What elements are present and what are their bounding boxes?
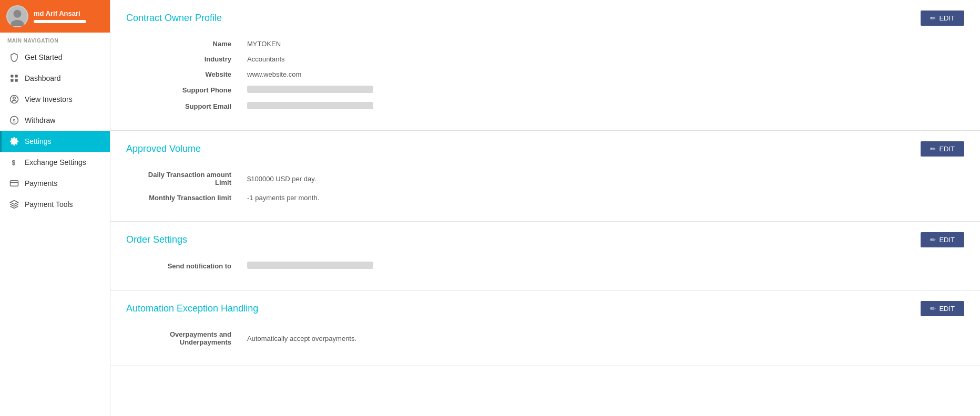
edit-volume-button[interactable]: ✏ EDIT (921, 141, 964, 157)
svg-rect-4 (15, 75, 18, 77)
sidebar-item-payments[interactable]: Payments (0, 173, 110, 194)
section-title-profile: Contract Owner Profile (126, 13, 222, 24)
svg-rect-3 (11, 75, 13, 77)
sidebar: md Arif Ansari MAIN NAVIGATION Get Start… (0, 0, 110, 416)
edit-profile-button[interactable]: ✏ EDIT (921, 11, 964, 26)
section-header-automation: Automation Exception Handling ✏ EDIT (126, 301, 964, 316)
section-title-automation: Automation Exception Handling (126, 303, 258, 314)
gear-icon (9, 136, 19, 147)
table-row: Send notification to (126, 258, 964, 274)
table-row: Support Email (126, 98, 964, 115)
sidebar-item-label: Dashboard (25, 74, 61, 82)
user-sub-bar (34, 20, 86, 23)
field-value: Accountants (242, 51, 964, 67)
field-label: Monthly Transaction limit (126, 190, 242, 205)
credit-card-icon (9, 178, 19, 189)
dollar-icon: $ (9, 157, 19, 168)
user-info: md Arif Ansari (34, 9, 104, 23)
field-label: Overpayments and Underpayments (126, 327, 242, 350)
table-row: Monthly Transaction limit -1 payments pe… (126, 190, 964, 205)
field-label: Industry (126, 51, 242, 67)
field-label: Support Phone (126, 82, 242, 98)
user-name: md Arif Ansari (34, 9, 104, 17)
sidebar-item-label: Settings (25, 137, 52, 145)
sidebar-item-label: Withdraw (25, 116, 55, 124)
field-label: Send notification to (126, 258, 242, 274)
placeholder-bar (247, 86, 373, 93)
field-value: $100000 USD per day. (242, 167, 964, 190)
shield-icon (9, 52, 19, 63)
edit-order-button[interactable]: ✏ EDIT (921, 232, 964, 247)
sidebar-item-payment-tools[interactable]: Payment Tools (0, 194, 110, 215)
table-row: Name MYTOKEN (126, 36, 964, 51)
pencil-icon: ✏ (930, 305, 936, 313)
sidebar-item-get-started[interactable]: Get Started (0, 47, 110, 68)
nav-label: MAIN NAVIGATION (0, 33, 110, 47)
sidebar-item-label: View Investors (25, 95, 73, 103)
sidebar-item-label: Payments (25, 179, 57, 188)
order-fields-table: Send notification to (126, 258, 964, 274)
pencil-icon: ✏ (930, 14, 936, 22)
automation-exception-section: Automation Exception Handling ✏ EDIT Ove… (110, 290, 980, 366)
automation-fields-table: Overpayments and Underpayments Automatic… (126, 327, 964, 350)
sidebar-item-withdraw[interactable]: $ Withdraw (0, 110, 110, 131)
sidebar-item-settings[interactable]: Settings (0, 131, 110, 152)
table-row: Website www.website.com (126, 67, 964, 82)
field-value-placeholder (242, 98, 964, 115)
section-header-profile: Contract Owner Profile ✏ EDIT (126, 11, 964, 26)
sidebar-item-exchange-settings[interactable]: $ Exchange Settings (0, 152, 110, 173)
svg-point-8 (13, 97, 16, 100)
pencil-icon: ✏ (930, 145, 936, 153)
placeholder-bar (247, 262, 373, 269)
contract-owner-profile-section: Contract Owner Profile ✏ EDIT Name MYTOK… (110, 0, 980, 131)
sidebar-item-view-investors[interactable]: View Investors (0, 89, 110, 110)
field-value: Automatically accept overpayments. (242, 327, 964, 350)
field-value: -1 payments per month. (242, 190, 964, 205)
sidebar-item-label: Payment Tools (25, 200, 73, 209)
sidebar-item-label: Get Started (25, 53, 63, 61)
sidebar-item-dashboard[interactable]: Dashboard (0, 68, 110, 89)
person-circle-icon (9, 94, 19, 105)
profile-fields-table: Name MYTOKEN Industry Accountants Websit… (126, 36, 964, 115)
sidebar-item-label: Exchange Settings (25, 158, 86, 167)
table-row: Daily Transaction amount Limit $100000 U… (126, 167, 964, 190)
volume-fields-table: Daily Transaction amount Limit $100000 U… (126, 167, 964, 205)
field-value: www.website.com (242, 67, 964, 82)
section-header-volume: Approved Volume ✏ EDIT (126, 141, 964, 157)
field-label: Daily Transaction amount Limit (126, 167, 242, 190)
svg-rect-5 (11, 79, 13, 82)
sidebar-header: md Arif Ansari (0, 0, 110, 33)
svg-text:$: $ (13, 118, 16, 123)
field-label: Support Email (126, 98, 242, 115)
section-header-order: Order Settings ✏ EDIT (126, 232, 964, 247)
field-label: Website (126, 67, 242, 82)
svg-rect-12 (11, 181, 18, 186)
svg-marker-14 (11, 201, 18, 205)
approved-volume-section: Approved Volume ✏ EDIT Daily Transaction… (110, 131, 980, 222)
table-row: Industry Accountants (126, 51, 964, 67)
placeholder-bar (247, 102, 373, 109)
avatar (6, 5, 28, 27)
dollar-circle-icon: $ (9, 115, 19, 126)
pencil-icon: ✏ (930, 236, 936, 244)
main-content: Contract Owner Profile ✏ EDIT Name MYTOK… (110, 0, 980, 416)
edit-automation-button[interactable]: ✏ EDIT (921, 301, 964, 316)
field-label: Name (126, 36, 242, 51)
table-row: Support Phone (126, 82, 964, 98)
section-title-order: Order Settings (126, 234, 187, 245)
layers-icon (9, 199, 19, 210)
section-title-volume: Approved Volume (126, 143, 201, 154)
table-row: Overpayments and Underpayments Automatic… (126, 327, 964, 350)
svg-point-1 (13, 10, 21, 18)
field-value: MYTOKEN (242, 36, 964, 51)
field-value-placeholder (242, 258, 964, 274)
svg-rect-6 (15, 79, 18, 82)
dashboard-icon (9, 73, 19, 84)
order-settings-section: Order Settings ✏ EDIT Send notification … (110, 222, 980, 290)
field-value-placeholder (242, 82, 964, 98)
svg-text:$: $ (12, 159, 16, 167)
